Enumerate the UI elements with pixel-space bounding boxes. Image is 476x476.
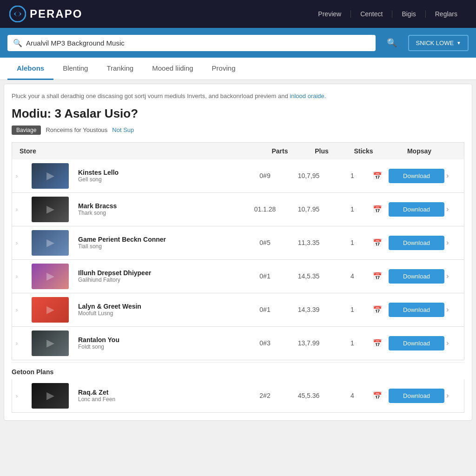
calendar-icon[interactable]: 📅 [373, 205, 387, 214]
track-thumbnail: ▶ [32, 383, 69, 409]
download-button[interactable]: Download [389, 336, 444, 350]
table-row: › ▶ Illunh Drepset Dhiypeer Galihiund Fa… [12, 260, 464, 293]
row-chevron-right[interactable]: › [446, 238, 460, 247]
row-chevron-right[interactable]: › [446, 391, 460, 400]
calendar-icon[interactable]: 📅 [373, 305, 387, 314]
nav-item-centect[interactable]: Centect [351, 10, 392, 18]
expand-chevron-left[interactable]: › [16, 239, 30, 246]
search-button[interactable]: 🔍 [380, 33, 403, 52]
track-thumbnail: ▶ [32, 264, 69, 289]
track-name: Kinstes Lello [78, 169, 242, 176]
user-dropdown-arrow: ▼ [456, 40, 461, 46]
svg-point-1 [15, 12, 20, 16]
download-button[interactable]: Download [389, 202, 444, 217]
tag-row: Baviage Ronceims for Youstous Not Sup [12, 126, 464, 135]
expand-chevron-left[interactable]: › [16, 306, 30, 313]
tabs-bar: Alebons Blenting Tranking Mooed liiding … [0, 58, 476, 80]
track-subtitle: Thark song [78, 210, 242, 216]
track-plus: 45,5.36 [285, 392, 332, 399]
search-input[interactable] [26, 39, 370, 47]
desc-text1: Pluck your a shall deradhig one discasin… [12, 93, 290, 99]
col-header-plus: Plus [298, 147, 345, 155]
track-parts: 01.1.28 [246, 205, 284, 213]
row-chevron-right[interactable]: › [446, 339, 460, 347]
nav-item-preview[interactable]: Preview [309, 10, 351, 18]
track-parts: 0#9 [246, 172, 284, 179]
track-info: Mark Bracss Thark song [75, 202, 245, 216]
col-header-mopsay: Mopsay [382, 147, 456, 155]
track-subtitle: Lonc and Feen [78, 396, 242, 403]
expand-chevron-left[interactable]: › [16, 340, 30, 347]
calendar-icon[interactable]: 📅 [373, 391, 387, 400]
search-bar: 🔍 🔍 SNICK LOWE ▼ [0, 28, 476, 58]
download-button[interactable]: Download [389, 303, 444, 317]
track-plus: 14,3.39 [285, 306, 332, 313]
nav-item-reglars[interactable]: Reglars [426, 10, 467, 18]
track-parts: 0#1 [246, 306, 284, 313]
tab-proving[interactable]: Proving [203, 58, 245, 80]
track-info: Kinstes Lello Gell song [75, 169, 245, 183]
track-sticks: 1 [334, 172, 371, 179]
calendar-icon[interactable]: 📅 [373, 272, 387, 281]
calendar-icon[interactable]: 📅 [373, 339, 387, 348]
track-thumbnail: ▶ [32, 331, 69, 356]
nav-item-bigis[interactable]: Bigis [392, 10, 425, 18]
track-info: Raq.& Zet Lonc and Feen [75, 389, 245, 403]
expand-chevron-left[interactable]: › [16, 392, 30, 399]
search-prefix-icon: 🔍 [13, 39, 22, 47]
logo-icon [9, 6, 26, 22]
expand-chevron-left[interactable]: › [16, 273, 30, 280]
track-thumbnail: ▶ [32, 197, 69, 222]
track-subtitle: Moofult Lusng [78, 310, 242, 317]
download-button[interactable]: Download [389, 169, 444, 183]
track-thumbnail: ▶ [32, 163, 69, 189]
track-subtitle: Gell song [78, 176, 242, 183]
row-chevron-right[interactable]: › [446, 305, 460, 314]
description-text: Pluck your a shall deradhig one discasin… [12, 92, 464, 101]
track-thumbnail: ▶ [32, 297, 69, 323]
col-header-sticks: Sticks [345, 147, 382, 155]
tab-alebons[interactable]: Alebons [7, 58, 53, 80]
track-subtitle: Tiall song [78, 243, 242, 250]
content-area: Pluck your a shall deradhig one discasin… [4, 84, 472, 421]
track-info: Illunh Drepset Dhiypeer Galihiund Faltor… [75, 269, 245, 283]
desc-text2: . [324, 93, 326, 99]
table-row: › ▶ Rantalon You Foldt song 0#3 13,7.99 … [12, 327, 464, 360]
download-button[interactable]: Download [389, 269, 444, 284]
download-button[interactable]: Download [389, 236, 444, 250]
user-button[interactable]: SNICK LOWE ▼ [408, 35, 469, 51]
track-info: Rantalon You Foldt song [75, 336, 245, 350]
row-chevron-right[interactable]: › [446, 205, 460, 213]
track-name: Raq.& Zet [78, 389, 242, 396]
user-button-label: SNICK LOWE [416, 40, 454, 46]
desc-link[interactable]: inlood oraide [290, 93, 324, 99]
calendar-icon[interactable]: 📅 [373, 238, 387, 247]
download-button[interactable]: Download [389, 389, 444, 403]
table-header: Store Parts Plus Sticks Mopsay [12, 142, 464, 159]
track-plus: 11,3.35 [285, 239, 332, 246]
col-header-store: Store [20, 147, 261, 155]
section-getoon-plans: Getoon Plans [12, 362, 464, 379]
track-name: Mark Bracss [78, 202, 242, 210]
tab-mooed-liiding[interactable]: Mooed liiding [143, 58, 202, 80]
row-chevron-right[interactable]: › [446, 272, 460, 280]
tag-link-not-sup[interactable]: Not Sup [112, 126, 134, 133]
expand-chevron-left[interactable]: › [16, 172, 30, 179]
track-rows: › ▶ Kinstes Lello Gell song 0#9 10,7,95 … [12, 159, 464, 360]
calendar-icon[interactable]: 📅 [373, 172, 387, 180]
tab-blenting[interactable]: Blenting [53, 58, 97, 80]
track-plus: 13,7.99 [285, 339, 332, 347]
main-title: Modiu: 3 Asalar Usio? [12, 106, 464, 121]
header-nav: Preview Centect Bigis Reglars [309, 10, 467, 18]
tab-tranking[interactable]: Tranking [97, 58, 143, 80]
track-plus: 14,5.35 [285, 272, 332, 280]
track-thumbnail: ▶ [32, 230, 69, 256]
tag-label: Ronceims for Youstous [46, 126, 107, 133]
section-rows: › ▶ Raq.& Zet Lonc and Feen 2#2 45,5.36 … [12, 379, 464, 413]
expand-chevron-left[interactable]: › [16, 206, 30, 213]
track-name: Rantalon You [78, 336, 242, 344]
badge-baviage: Baviage [12, 126, 41, 135]
row-chevron-right[interactable]: › [446, 172, 460, 180]
track-parts: 0#1 [246, 272, 284, 280]
track-sticks: 4 [334, 272, 371, 280]
